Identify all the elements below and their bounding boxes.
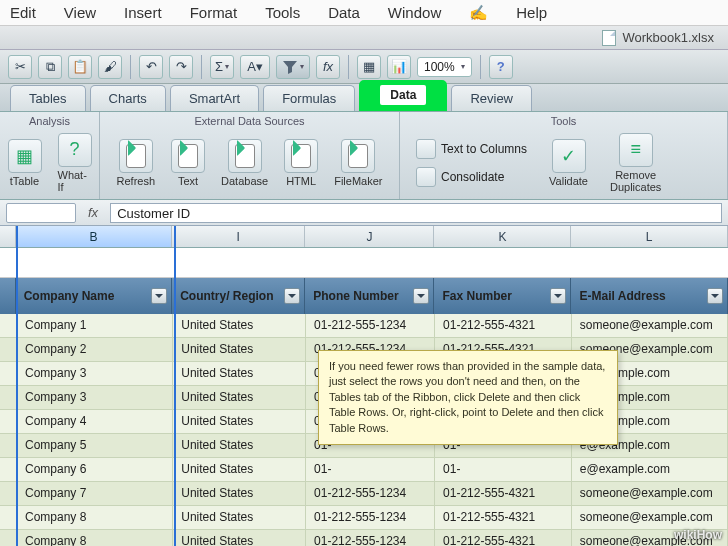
column-header-k[interactable]: K: [434, 226, 571, 247]
column-header-i[interactable]: I: [172, 226, 305, 247]
redo-button[interactable]: ↷: [169, 55, 193, 79]
cell-email[interactable]: someone@example.com: [572, 506, 728, 529]
consolidate-button[interactable]: Consolidate: [412, 165, 531, 189]
name-box[interactable]: [6, 203, 76, 223]
tooltip: If you need fewer rows than provided in …: [318, 350, 618, 445]
validate-button[interactable]: ✓Validate: [545, 137, 592, 189]
cell-fax[interactable]: 01-212-555-4321: [435, 482, 572, 505]
cell-fax[interactable]: 01-: [435, 458, 572, 481]
formula-input[interactable]: Customer ID: [110, 203, 722, 223]
tab-smartart[interactable]: SmartArt: [170, 85, 259, 111]
show-hide-button[interactable]: ▦: [357, 55, 381, 79]
autosum-button[interactable]: Σ▾: [210, 55, 234, 79]
filter-dropdown-icon[interactable]: [284, 288, 300, 304]
help-button[interactable]: ?: [489, 55, 513, 79]
cell-company[interactable]: Company 8: [17, 530, 173, 546]
database-button[interactable]: Database: [217, 137, 272, 189]
fx-button[interactable]: fx: [316, 55, 340, 79]
cell-country[interactable]: United States: [173, 314, 306, 337]
select-all-corner[interactable]: [0, 226, 16, 247]
menu-help[interactable]: Help: [516, 4, 547, 21]
menu-format[interactable]: Format: [190, 4, 238, 21]
table-row[interactable]: Company 1United States01-212-555-123401-…: [0, 314, 728, 338]
table-row[interactable]: Company 8United States01-212-555-123401-…: [0, 530, 728, 546]
tab-data[interactable]: Data: [359, 80, 447, 111]
cell-email[interactable]: someone@example.com: [572, 482, 728, 505]
cell-country[interactable]: United States: [173, 410, 306, 433]
format-painter-button[interactable]: 🖌: [98, 55, 122, 79]
cell-phone[interactable]: 01-: [306, 458, 435, 481]
menu-edit[interactable]: Edit: [10, 4, 36, 21]
filter-dropdown-icon[interactable]: [707, 288, 723, 304]
column-header-b[interactable]: B: [16, 226, 173, 247]
undo-button[interactable]: ↶: [139, 55, 163, 79]
column-header-l[interactable]: L: [571, 226, 728, 247]
filemaker-button[interactable]: FileMaker: [330, 137, 386, 189]
cell-fax[interactable]: 01-212-555-4321: [435, 314, 572, 337]
script-menu-icon[interactable]: ✍: [469, 4, 488, 22]
cell-company[interactable]: Company 1: [17, 314, 173, 337]
cell-country[interactable]: United States: [173, 362, 306, 385]
text-import-button[interactable]: Text: [167, 137, 209, 189]
text-to-columns-button[interactable]: Text to Columns: [412, 137, 531, 161]
paste-button[interactable]: 📋: [68, 55, 92, 79]
tab-review[interactable]: Review: [451, 85, 532, 111]
cell-country[interactable]: United States: [173, 530, 306, 546]
cell-country[interactable]: United States: [173, 458, 306, 481]
tab-charts[interactable]: Charts: [90, 85, 166, 111]
sort-button[interactable]: A▾: [240, 55, 270, 79]
pivot-table-button[interactable]: ▦tTable: [4, 137, 46, 189]
cell-fax[interactable]: 01-212-555-4321: [435, 530, 572, 546]
header-fax[interactable]: Fax Number: [434, 278, 571, 314]
cell-phone[interactable]: 01-212-555-1234: [306, 530, 435, 546]
chart-button[interactable]: 📊: [387, 55, 411, 79]
header-phone[interactable]: Phone Number: [305, 278, 434, 314]
menu-view[interactable]: View: [64, 4, 96, 21]
remove-duplicates-button[interactable]: ≡Remove Duplicates: [606, 131, 665, 195]
menu-window[interactable]: Window: [388, 4, 441, 21]
cell-company[interactable]: Company 2: [17, 338, 173, 361]
cell-country[interactable]: United States: [173, 434, 306, 457]
table-row[interactable]: Company 7United States01-212-555-123401-…: [0, 482, 728, 506]
menu-data[interactable]: Data: [328, 4, 360, 21]
what-if-button[interactable]: ?What-If: [54, 131, 96, 195]
cell-phone[interactable]: 01-212-555-1234: [306, 314, 435, 337]
cut-button[interactable]: ✂: [8, 55, 32, 79]
cell-company[interactable]: Company 3: [17, 386, 173, 409]
ribbon-group-external: External Data Sources Refresh Text Datab…: [100, 112, 400, 199]
copy-button[interactable]: ⧉: [38, 55, 62, 79]
cell-company[interactable]: Company 6: [17, 458, 173, 481]
tab-tables[interactable]: Tables: [10, 85, 86, 111]
cell-phone[interactable]: 01-212-555-1234: [306, 506, 435, 529]
header-country[interactable]: Country/ Region: [172, 278, 305, 314]
menu-tools[interactable]: Tools: [265, 4, 300, 21]
cell-fax[interactable]: 01-212-555-4321: [435, 506, 572, 529]
header-company[interactable]: Company Name: [16, 278, 173, 314]
table-row[interactable]: Company 6United States01-01-e@example.co…: [0, 458, 728, 482]
cell-company[interactable]: Company 3: [17, 362, 173, 385]
cell-email[interactable]: e@example.com: [572, 458, 728, 481]
cell-company[interactable]: Company 4: [17, 410, 173, 433]
cell-company[interactable]: Company 7: [17, 482, 173, 505]
cell-country[interactable]: United States: [173, 482, 306, 505]
cell-country[interactable]: United States: [173, 506, 306, 529]
cell-company[interactable]: Company 8: [17, 506, 173, 529]
cell-phone[interactable]: 01-212-555-1234: [306, 482, 435, 505]
zoom-select[interactable]: 100%▾: [417, 57, 472, 77]
tab-formulas[interactable]: Formulas: [263, 85, 355, 111]
table-row[interactable]: Company 8United States01-212-555-123401-…: [0, 506, 728, 530]
refresh-button[interactable]: Refresh: [113, 137, 160, 189]
cell-company[interactable]: Company 5: [17, 434, 173, 457]
cell-country[interactable]: United States: [173, 386, 306, 409]
worksheet[interactable]: B I J K L Company Name Country/ Region P…: [0, 226, 728, 546]
filter-dropdown-icon[interactable]: [151, 288, 167, 304]
menu-insert[interactable]: Insert: [124, 4, 162, 21]
filter-button[interactable]: ▾: [276, 55, 310, 79]
header-email[interactable]: E-Mail Address: [571, 278, 728, 314]
filter-dropdown-icon[interactable]: [550, 288, 566, 304]
cell-email[interactable]: someone@example.com: [572, 314, 728, 337]
filter-dropdown-icon[interactable]: [413, 288, 429, 304]
cell-country[interactable]: United States: [173, 338, 306, 361]
html-import-button[interactable]: HTML: [280, 137, 322, 189]
column-header-j[interactable]: J: [305, 226, 434, 247]
